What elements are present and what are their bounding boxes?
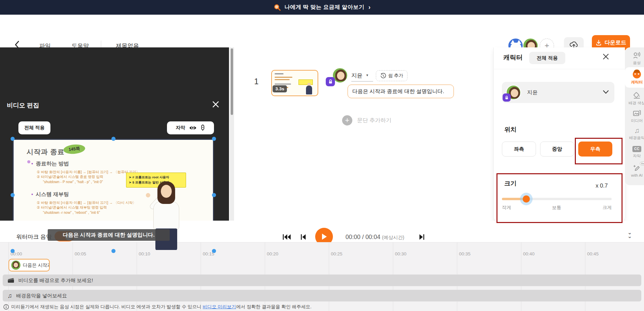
chevron-right-icon: › [368, 4, 370, 11]
notice-text: 미리듣기에서 재생되는 음성 시점은 실제와 다릅니다. 비디오 에셋과 오차가… [11, 304, 311, 310]
time-tick: 00:25 [331, 251, 342, 256]
music-note-icon: ♫ [7, 293, 12, 299]
resize-handle[interactable] [11, 249, 15, 253]
ai-pencil-icon [633, 164, 641, 172]
time-tick: 00:40 [523, 251, 535, 256]
scene-character-name[interactable]: 지윤 [351, 72, 363, 79]
previous-frame-button[interactable] [300, 234, 307, 240]
time-tick: 00:10 [139, 251, 150, 256]
subtitle-visibility-pill[interactable]: 자막 [167, 121, 214, 134]
next-frame-button[interactable] [418, 234, 425, 240]
toolbar-item-media[interactable]: 미디어 [625, 107, 644, 126]
collapse-timeline-button[interactable]: ⌄⌄ [626, 231, 634, 241]
resize-handle[interactable] [11, 193, 15, 197]
slide-line: “shutdown -r now” , “reboot” , “init 6” [43, 210, 100, 214]
music-track-placeholder[interactable]: ♫ 배경음악을 넣어보세요 [3, 290, 641, 301]
position-left-button[interactable]: 좌측 [502, 142, 536, 157]
character-icon [633, 70, 641, 78]
resize-handle[interactable] [111, 137, 116, 141]
promo-banner[interactable]: 나에게 딱 맞는 요금제 알아보기 › [0, 0, 644, 15]
add-paragraph-label: 문단 추가하기 [357, 117, 391, 124]
slide-section-heading: •시스템 재부팅 [31, 191, 69, 198]
paint-bucket-icon [633, 91, 641, 99]
info-icon [3, 304, 9, 310]
add-pause-button[interactable]: 쉼 추가 [376, 70, 408, 81]
voice-icon [633, 51, 641, 59]
clapperboard-icon [7, 277, 14, 283]
toolbar-item-with-ai[interactable]: Beta with AI [625, 161, 644, 180]
promo-banner-text: 나에게 딱 맞는 요금제 알아보기 [285, 4, 364, 11]
slide-section-heading: •종료하는 방법 [31, 160, 69, 167]
toolbar-item-background-music[interactable]: ♫ 배경음악 [625, 124, 644, 143]
add-paragraph-button[interactable]: + 문단 추가하기 [342, 115, 391, 125]
slide-line: ② 터미널/콘솔에서 시스템 종료 명령 입력 [37, 175, 103, 179]
video-track-hint: 비디오를 배경으로 추가해 보세요! [18, 277, 93, 284]
slide-line: ② 터미널/콘솔에서 시스템 재부팅 명령 입력 [37, 205, 107, 210]
resize-handle[interactable] [212, 249, 216, 253]
resize-handle[interactable] [11, 137, 15, 141]
scene-script-input[interactable]: 다음은 시작과 종료에 대한 설명입니다. [348, 85, 454, 98]
music-track-hint: 배경음악을 넣어보세요 [16, 293, 67, 299]
chevron-down-icon[interactable]: ▾ [366, 73, 368, 77]
scrollbar-thumb[interactable] [231, 48, 233, 115]
time-tick: 00:35 [459, 251, 471, 256]
time-tick: 00:20 [267, 251, 278, 256]
divider [493, 69, 625, 69]
media-icon [633, 109, 641, 117]
video-track-placeholder[interactable]: 비디오를 배경으로 추가해 보세요! [3, 275, 641, 286]
mic-icon[interactable] [200, 124, 205, 131]
size-value: x 0.7 [596, 182, 608, 189]
video-preview-link[interactable]: 비디오 미리보기 [203, 304, 236, 309]
timeline[interactable]: 00:00 00:05 00:10 00:15 00:20 00:25 00:3… [0, 242, 644, 311]
eye-icon[interactable] [189, 125, 197, 131]
video-edit-panel: 비디오 편집 전체 적용 자막 시작과 종료 145쪽 •종료하는 방법 ① 바… [0, 47, 229, 221]
position-right-button[interactable]: 우측 [578, 142, 612, 157]
music-note-icon: ♫ [634, 127, 640, 134]
size-slider-knob[interactable] [523, 195, 530, 203]
scene-number: 1 [254, 77, 259, 86]
slide-line: ① 바탕 화면의 [사용자 이름] → [컴퓨터 끄기] → 〈컴퓨터 끄기〉 [37, 170, 140, 175]
character-settings-panel [493, 47, 625, 222]
slide-line: “shutdown - P now” , “halt - p” , “init … [43, 180, 103, 184]
character-selector[interactable]: 지윤 [502, 82, 614, 103]
toolbar-item-character[interactable]: 캐릭터 [625, 67, 644, 88]
resize-handle[interactable] [212, 193, 216, 197]
app-root: 나에게 딱 맞는 요금제 알아보기 › 파일 도움말 제목없음 + 다운로드 비… [0, 0, 644, 311]
cc-icon: CC [632, 146, 641, 152]
close-icon[interactable] [602, 53, 610, 61]
character-apply-all-button[interactable]: 전체 적용 [529, 52, 565, 64]
apply-all-button[interactable]: 전체 적용 [18, 121, 50, 134]
size-mark-large: 크게 [602, 205, 612, 211]
slide-title: 시작과 종료 [27, 147, 65, 157]
watermark-music-label: 워터마크 음악 [16, 233, 52, 241]
search-icon [274, 4, 281, 11]
position-center-button[interactable]: 중앙 [540, 142, 574, 157]
size-mark-medium: 보통 [552, 205, 561, 211]
add-pause-label: 쉼 추가 [388, 73, 403, 79]
character-panel-title: 캐릭터 [503, 53, 523, 62]
skip-to-start-button[interactable] [282, 233, 292, 241]
clock-icon [380, 73, 386, 79]
beta-badge: Beta [640, 162, 644, 165]
character-name-underline [351, 81, 373, 82]
page-number-bubble: 145쪽 [63, 144, 86, 154]
size-mark-small: 작게 [502, 205, 511, 211]
toolbar-item-subtitle[interactable]: CC 자막 [625, 143, 644, 162]
time-tick: 00:30 [395, 251, 407, 256]
time-tick: 00:05 [75, 251, 86, 256]
subtitle-overlay: 다음은 시작과 종료에 대한 설명입니다. [48, 229, 170, 241]
toolbar-item-voice[interactable]: 음성 [625, 49, 644, 68]
lock-badge [503, 93, 511, 102]
clip-text: 다음은 시작과 [23, 262, 50, 268]
resize-handle[interactable] [212, 137, 216, 141]
time-display: 00:00 / 00:04 (예상시간) [346, 234, 404, 241]
timeline-audio-clip[interactable]: 다음은 시작과 [9, 259, 50, 271]
close-icon[interactable] [211, 100, 220, 109]
toolbar-item-background-color[interactable]: 배경 색상 [625, 89, 644, 108]
lock-badge [326, 77, 335, 86]
resize-handle[interactable] [111, 249, 116, 253]
clip-character-avatar [11, 261, 20, 270]
panel-title: 비디오 편집 [7, 101, 39, 109]
top-navbar: 파일 도움말 제목없음 + 다운로드 [0, 15, 644, 47]
scene-duration-badge: 3.3s [273, 85, 287, 92]
